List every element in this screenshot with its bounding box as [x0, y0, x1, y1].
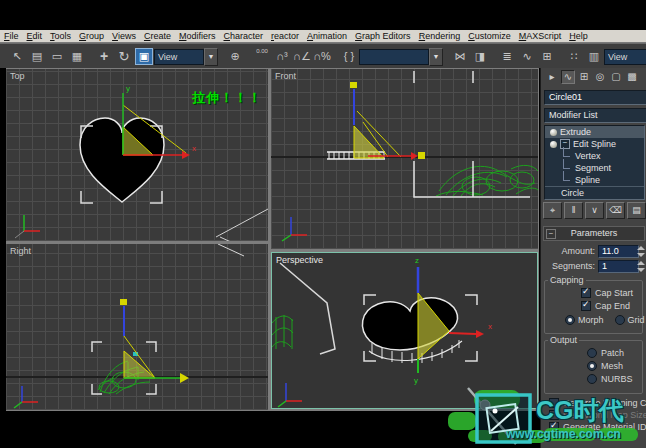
green-wireframe-mesh[interactable] — [272, 315, 293, 349]
menu-reactor[interactable]: reactor — [267, 31, 303, 41]
menu-help[interactable]: Help — [565, 31, 592, 41]
display-tab-icon[interactable]: ▢ — [609, 70, 623, 84]
motion-tab-icon[interactable]: ◎ — [593, 70, 607, 84]
gizmo-y-tip — [180, 373, 189, 383]
reference-coordinate-dropdown[interactable]: View — [154, 49, 204, 65]
named-selection-sets-icon[interactable]: { } — [340, 48, 358, 65]
menu-modifiers[interactable]: Modifiers — [175, 31, 220, 41]
render-view-dropdown[interactable]: View — [604, 49, 646, 65]
selection-filter-icon[interactable]: ▦ — [68, 48, 86, 65]
rotate-icon[interactable]: ↻ — [115, 48, 133, 65]
modifier-enabled-bulb-icon[interactable] — [550, 141, 557, 148]
angle-snap-icon[interactable]: ∩∠ — [293, 48, 311, 65]
menu-graph-editors[interactable]: Graph Editors — [351, 31, 415, 41]
segments-input[interactable]: 1 — [598, 260, 639, 273]
select-object-icon[interactable]: ↖ — [8, 48, 26, 65]
hierarchy-tab-icon[interactable]: ⊞ — [577, 70, 591, 84]
segments-label: Segments: — [541, 260, 595, 273]
remove-modifier-icon[interactable]: ⌫ — [606, 202, 625, 219]
stack-subitem-spline[interactable]: Spline — [545, 174, 644, 186]
schematic-view-icon[interactable]: ⊞ — [538, 48, 556, 65]
stack-item-edit-spline[interactable]: − Edit Spline — [545, 138, 644, 150]
select-by-name-icon[interactable]: ▤ — [28, 48, 46, 65]
menu-character[interactable]: Character — [219, 31, 267, 41]
morph-radio[interactable] — [565, 315, 575, 325]
spinner-snap-icon[interactable]: 0.00 — [253, 48, 271, 65]
named-selection-arrow-icon[interactable]: ▼ — [429, 48, 443, 66]
gizmo-plane-handle[interactable] — [124, 351, 155, 378]
viewport-perspective[interactable]: Perspective z — [271, 252, 538, 409]
scale-icon[interactable]: ▣ — [135, 48, 153, 65]
cap-end-checkbox[interactable]: ✓ — [581, 301, 591, 311]
move-icon[interactable]: + — [95, 48, 113, 65]
utilities-tab-icon[interactable]: ▩ — [625, 70, 639, 84]
green-wireframe-mesh[interactable] — [436, 165, 538, 196]
generate-material-row: ✓ Generate Material IDs — [549, 422, 646, 432]
capping-group-label: Capping — [548, 275, 586, 285]
background-outline — [218, 244, 244, 256]
render-setup-icon[interactable]: ▥ — [585, 48, 603, 65]
gizmo-x-arrowhead — [411, 152, 418, 160]
menu-customize[interactable]: Customize — [464, 31, 515, 41]
gizmo-x-axis[interactable] — [449, 333, 476, 334]
show-end-result-icon[interactable]: ‖ — [564, 202, 583, 219]
menu-create[interactable]: Create — [140, 31, 175, 41]
mesh-radio[interactable] — [587, 361, 597, 371]
create-tab-icon[interactable]: ▸ — [545, 70, 559, 84]
menu-tools[interactable]: Tools — [46, 31, 75, 41]
mirror-icon[interactable]: ⋈ — [451, 48, 469, 65]
modifier-list-dropdown[interactable]: Modifier List — [544, 108, 646, 123]
menu-edit[interactable]: Edit — [23, 31, 47, 41]
configure-modifier-sets-icon[interactable]: ▤ — [627, 202, 646, 219]
heart-spline-shape[interactable] — [80, 118, 164, 202]
nurbs-row: NURBS — [587, 374, 633, 384]
parameters-rollout-header[interactable]: − Parameters — [543, 226, 645, 241]
viewport-front-canvas — [271, 69, 538, 249]
grid-radio[interactable] — [615, 315, 625, 325]
generate-mapping-checkbox[interactable] — [549, 398, 559, 408]
axis-x-label: x — [488, 322, 492, 331]
viewport-front[interactable]: Front — [271, 69, 538, 249]
named-selection-dropdown[interactable] — [359, 49, 429, 65]
axis-y-label: y — [126, 84, 130, 93]
make-unique-icon[interactable]: ∨ — [585, 202, 604, 219]
reference-coordinate-arrow-icon[interactable]: ▼ — [204, 48, 218, 66]
segments-spinner[interactable] — [637, 260, 645, 273]
use-center-icon[interactable]: ⊕ — [226, 48, 244, 65]
menu-animation[interactable]: Animation — [303, 31, 351, 41]
modifier-enabled-bulb-icon[interactable] — [550, 129, 557, 136]
real-world-checkbox[interactable] — [549, 410, 559, 420]
menu-maxscript[interactable]: MAXScript — [515, 31, 566, 41]
amount-spinner[interactable] — [637, 245, 645, 258]
stack-subitem-vertex[interactable]: Vertex — [545, 150, 644, 162]
layers-icon[interactable]: ≣ — [498, 48, 516, 65]
curve-editor-icon[interactable]: ∿ — [518, 48, 536, 65]
patch-radio[interactable] — [587, 348, 597, 358]
percent-snap-icon[interactable]: ∩% — [313, 48, 331, 65]
material-editor-icon[interactable]: ∷ — [565, 48, 583, 65]
menu-bar: File Edit Tools Group Views Create Modif… — [0, 30, 646, 43]
menu-file[interactable]: File — [0, 31, 23, 41]
menu-rendering[interactable]: Rendering — [415, 31, 465, 41]
stack-item-circle[interactable]: Circle — [545, 186, 644, 199]
axis-x-label: x — [192, 144, 196, 153]
menu-views[interactable]: Views — [108, 31, 140, 41]
pin-stack-icon[interactable]: ⌖ — [543, 202, 562, 219]
gizmo-x-arrowhead — [476, 330, 484, 338]
stack-item-extrude[interactable]: Extrude — [545, 126, 644, 138]
viewport-right-canvas — [6, 244, 268, 410]
modify-tab-icon[interactable]: ∿ — [561, 70, 575, 84]
rollout-collapse-icon[interactable]: − — [546, 229, 556, 239]
object-name-field[interactable]: Circle01 — [544, 90, 646, 105]
viewport-right[interactable]: Right — [6, 244, 268, 410]
align-icon[interactable]: ◨ — [471, 48, 489, 65]
menu-group[interactable]: Group — [75, 31, 108, 41]
snaps-toggle-icon[interactable]: ∩³ — [273, 48, 291, 65]
stack-subitem-segment[interactable]: Segment — [545, 162, 644, 174]
cap-start-checkbox[interactable]: ✓ — [581, 288, 591, 298]
nurbs-radio[interactable] — [587, 374, 597, 384]
generate-material-checkbox[interactable]: ✓ — [549, 422, 559, 432]
amount-input[interactable]: 11.0 — [598, 245, 639, 258]
rect-selection-icon[interactable]: ▭ — [48, 48, 66, 65]
viewport-top[interactable]: Top 拉伸！！！ y x — [6, 69, 268, 241]
